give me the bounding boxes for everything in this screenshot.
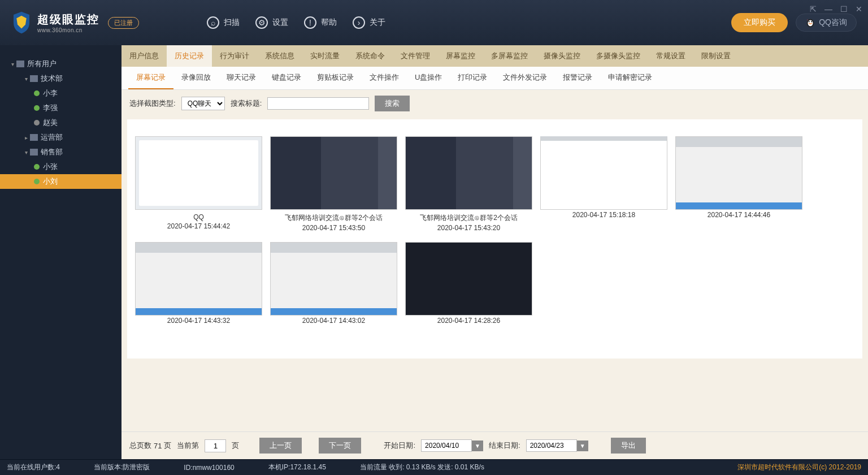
tree-root-all-users[interactable]: ▾所有用户 [0,57,121,71]
end-date-input[interactable] [526,439,577,452]
tab-main-7[interactable]: 屏幕监控 [438,45,483,67]
screenshot-card: 2020-04-17 14:28:26 [405,242,532,325]
user-online-icon [34,164,40,170]
export-button[interactable]: 导出 [611,438,646,454]
filter-type-label: 选择截图类型: [129,98,176,109]
tab-main-10[interactable]: 多摄像头监控 [588,45,648,67]
screenshot-timestamp: 2020-04-17 15:18:18 [572,211,635,219]
tab-main-6[interactable]: 文件管理 [393,45,438,67]
screenshot-card: 飞郁网络培训交流⊙群等2个会话2020-04-17 15:43:50 [270,136,397,232]
tab-main-9[interactable]: 摄像头监控 [536,45,588,67]
screenshot-thumbnail[interactable] [135,136,262,210]
tab-main-5[interactable]: 系统命令 [348,45,393,67]
tree-group-tech[interactable]: ▾技术部 [0,71,121,86]
tab-main-4[interactable]: 实时流量 [302,45,348,67]
main-tabs: 用户信息历史记录行为审计系统信息实时流量系统命令文件管理屏幕监控多屏幕监控摄像头… [121,45,868,67]
tree-user[interactable]: 赵美 [0,115,121,130]
status-bar: 当前在线用户数:4 当前版本:防泄密版 ID:nmww100160 本机IP:1… [0,459,868,475]
search-button[interactable]: 搜索 [375,96,410,111]
collapse-icon: ▾ [11,61,14,67]
status-version: 当前版本:防泄密版 [94,463,150,472]
chevron-down-icon[interactable]: ▼ [577,441,588,451]
tab-sub-3[interactable]: 键盘记录 [264,67,309,89]
minimize-icon[interactable]: — [824,5,832,14]
tree-user-selected[interactable]: 小刘 [0,174,121,189]
popout-icon[interactable]: ⇱ [810,5,817,14]
close-icon[interactable]: ✕ [856,5,862,14]
screenshot-timestamp: 2020-04-17 14:43:32 [167,317,230,325]
screenshot-timestamp: 2020-04-17 15:43:20 [437,224,500,232]
status-ip: 本机IP:172.18.1.45 [268,463,326,472]
total-pages-label: 总页数 [129,441,151,451]
tab-main-0[interactable]: 用户信息 [121,45,167,67]
maximize-icon[interactable]: ☐ [840,5,848,14]
qq-consult-button[interactable]: QQ咨询 [796,14,857,32]
svg-point-3 [811,21,813,23]
end-date-label: 结束日期: [489,441,520,451]
screenshot-type-select[interactable]: QQ聊天 [181,97,225,110]
tab-main-3[interactable]: 系统信息 [257,45,302,67]
tab-main-12[interactable]: 限制设置 [693,45,739,67]
screenshot-timestamp: 2020-04-17 15:44:42 [167,222,230,230]
screenshot-title: QQ [193,213,204,221]
app-subtitle: www.360mon.cn [37,27,99,33]
sub-tabs: 屏幕记录录像回放聊天记录键盘记录剪贴板记录文件操作U盘操作打印记录文件外发记录报… [121,67,868,90]
tree-group-sales[interactable]: ▾销售部 [0,145,121,159]
start-date-input[interactable] [421,439,472,452]
about-button[interactable]: ›关于 [353,16,385,29]
collapse-icon: ▾ [25,76,28,82]
info-icon: › [353,16,365,29]
tab-main-1[interactable]: 历史记录 [167,45,212,67]
tab-sub-4[interactable]: 剪贴板记录 [309,67,362,89]
tab-sub-10[interactable]: 申请解密记录 [600,67,660,89]
tab-main-11[interactable]: 常规设置 [648,45,693,67]
user-online-icon [34,179,40,184]
current-page-input[interactable] [205,439,226,452]
screenshot-timestamp: 2020-04-17 14:44:46 [708,211,770,219]
tab-main-2[interactable]: 行为审计 [212,45,257,67]
next-page-button[interactable]: 下一页 [319,438,361,454]
tab-sub-8[interactable]: 文件外发记录 [495,67,555,89]
user-online-icon [34,90,40,96]
collapse-icon: ▾ [25,149,28,156]
screenshot-card: QQ2020-04-17 15:44:42 [135,136,262,232]
prev-page-button[interactable]: 上一页 [259,438,302,454]
current-page-label: 当前第 [177,441,199,451]
tab-sub-0[interactable]: 屏幕记录 [128,67,173,89]
search-icon: ⌕ [207,16,219,29]
chevron-down-icon[interactable]: ▼ [472,441,483,451]
screenshot-thumbnail[interactable] [135,242,262,316]
buy-now-button[interactable]: 立即购买 [731,13,788,32]
filter-search-label: 搜索标题: [231,98,262,109]
monitor-icon [30,75,38,82]
help-button[interactable]: !帮助 [304,16,337,29]
tree-user[interactable]: 小张 [0,159,121,174]
filter-bar: 选择截图类型: QQ聊天 搜索标题: 搜索 [121,90,868,117]
screenshot-thumbnail[interactable] [675,136,802,210]
tree-user[interactable]: 小李 [0,86,121,101]
settings-button[interactable]: ⚙设置 [255,16,288,29]
registered-badge: 已注册 [108,17,139,29]
tab-main-8[interactable]: 多屏幕监控 [483,45,536,67]
screenshot-thumbnail[interactable] [405,242,532,316]
tree-group-ops[interactable]: ▸运营部 [0,130,121,145]
tab-sub-2[interactable]: 聊天记录 [219,67,264,89]
scan-button[interactable]: ⌕扫描 [207,16,240,29]
search-title-input[interactable] [267,97,369,110]
tree-user[interactable]: 李强 [0,101,121,115]
tab-sub-6[interactable]: U盘操作 [407,67,450,89]
screenshot-card: 2020-04-17 14:44:46 [675,136,802,232]
screenshot-thumbnail[interactable] [270,242,397,316]
pagination-bar: 总页数 71 页 当前第 页 上一页 下一页 开始日期: ▼ 结束日期: ▼ 导… [121,431,868,459]
screenshot-card: 2020-04-17 14:43:02 [270,242,397,325]
tab-sub-9[interactable]: 报警记录 [555,67,600,89]
tab-sub-5[interactable]: 文件操作 [362,67,407,89]
tab-sub-1[interactable]: 录像回放 [173,67,219,89]
tab-sub-7[interactable]: 打印记录 [450,67,495,89]
gear-icon: ⚙ [255,16,268,29]
app-title: 超级眼监控 [37,12,99,27]
screenshot-card: 飞郁网络培训交流⊙群等2个会话2020-04-17 15:43:20 [405,136,532,232]
screenshot-thumbnail[interactable] [540,136,667,210]
screenshot-thumbnail[interactable] [270,136,397,210]
screenshot-thumbnail[interactable] [405,136,532,210]
